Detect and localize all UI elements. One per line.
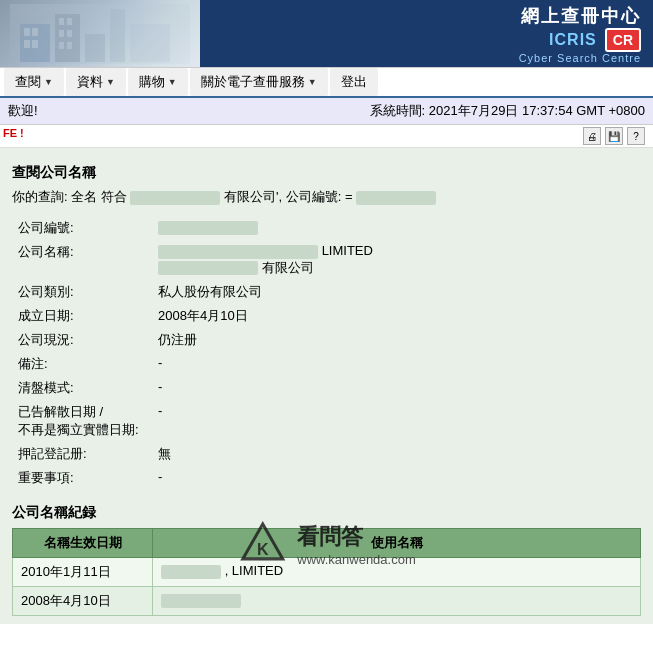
query-company-number-blurred	[356, 191, 436, 205]
svg-rect-15	[10, 4, 190, 64]
nav-arrow-about: ▼	[308, 77, 317, 87]
company-name-limited: LIMITED	[322, 243, 373, 258]
query-mid: 有限公司', 公司編號: =	[224, 189, 353, 204]
nav-label-about: 關於電子查冊服務	[201, 73, 305, 91]
header: 網上查冊中心 ICRIS CR Cyber Search Centre	[0, 0, 653, 68]
label-company-number: 公司編號:	[12, 216, 152, 240]
table-row: 備注: -	[12, 352, 641, 376]
value-company-name: LIMITED 有限公司	[152, 240, 641, 280]
fe-indicator: FE !	[3, 127, 24, 139]
main-content: 查閱公司名稱 你的查詢: 全名 符合 有限公司', 公司編號: = 公司編號: …	[0, 148, 653, 624]
col-header-name: 使用名稱	[153, 528, 641, 557]
label-charge-register: 押記登記册:	[12, 442, 152, 466]
header-title-en-wrap: ICRIS CR	[549, 28, 641, 52]
table-header-row: 名稱生效日期 使用名稱	[13, 528, 641, 557]
company-name-zh-blurred	[158, 261, 258, 275]
section-title-query: 查閱公司名稱	[12, 164, 641, 182]
header-logo	[0, 0, 200, 67]
nav-label-query: 查閱	[15, 73, 41, 91]
table-row: 公司編號:	[12, 216, 641, 240]
building-image	[0, 0, 200, 67]
name-records-title: 公司名稱紀録	[12, 504, 641, 522]
value-company-status: 仍注册	[152, 328, 641, 352]
company-number-blurred	[158, 221, 258, 235]
name-record-2-blurred	[161, 594, 241, 608]
value-winding-mode: -	[152, 376, 641, 400]
nav-label-data: 資料	[77, 73, 103, 91]
navbar: 查閱 ▼ 資料 ▼ 購物 ▼ 關於電子查冊服務 ▼ 登出	[0, 68, 653, 98]
company-info-table: 公司編號: 公司名稱: LIMITED 有限公司	[12, 216, 641, 490]
table-row: 已告解散日期 /不再是獨立實體日期: -	[12, 400, 641, 442]
label-incorporation-date: 成立日期:	[12, 304, 152, 328]
value-remarks: -	[152, 352, 641, 376]
table-row: 公司名稱: LIMITED 有限公司	[12, 240, 641, 280]
value-important-matters: -	[152, 466, 641, 490]
value-incorporation-date: 2008年4月10日	[152, 304, 641, 328]
table-row: 重要事項: -	[12, 466, 641, 490]
name-record-name-1: , LIMITED	[153, 557, 641, 586]
col-header-date: 名稱生效日期	[13, 528, 153, 557]
toolbar-icons: 🖨 💾 ?	[0, 125, 653, 148]
value-company-type: 私人股份有限公司	[152, 280, 641, 304]
header-title-zh: 網上查冊中心	[521, 4, 641, 28]
print-icon[interactable]: 🖨	[583, 127, 601, 145]
header-icris-label: ICRIS	[549, 31, 597, 49]
company-name-en-blurred	[158, 245, 318, 259]
table-row: 2010年1月11日 , LIMITED	[13, 557, 641, 586]
help-icon[interactable]: ?	[627, 127, 645, 145]
name-record-1-blurred	[161, 565, 221, 579]
label-company-name: 公司名稱:	[12, 240, 152, 280]
system-time: 系統時間: 2021年7月29日 17:37:54 GMT +0800	[370, 102, 645, 120]
table-row: 成立日期: 2008年4月10日	[12, 304, 641, 328]
header-brand: 網上查冊中心 ICRIS CR Cyber Search Centre	[200, 0, 653, 67]
label-important-matters: 重要事項:	[12, 466, 152, 490]
nav-arrow-query: ▼	[44, 77, 53, 87]
system-time-label: 系統時間:	[370, 103, 426, 118]
nav-item-data[interactable]: 資料 ▼	[66, 68, 126, 96]
nav-item-about[interactable]: 關於電子查冊服務 ▼	[190, 68, 328, 96]
name-records-section: 公司名稱紀録 名稱生效日期 使用名稱 2010年1月11日 , LIMITED	[12, 504, 641, 616]
name-record-1-suffix: , LIMITED	[225, 563, 284, 578]
nav-item-query[interactable]: 查閱 ▼	[4, 68, 64, 96]
value-dissolution-date: -	[152, 400, 641, 442]
label-company-type: 公司類別:	[12, 280, 152, 304]
name-record-name-2	[153, 586, 641, 615]
name-record-date-1: 2010年1月11日	[13, 557, 153, 586]
label-winding-mode: 清盤模式:	[12, 376, 152, 400]
nav-item-logout[interactable]: 登出	[330, 68, 378, 96]
nav-arrow-data: ▼	[106, 77, 115, 87]
label-company-status: 公司現況:	[12, 328, 152, 352]
label-remarks: 備注:	[12, 352, 152, 376]
query-label: 你的查詢: 全名 符合	[12, 189, 127, 204]
header-cr-badge: CR	[605, 28, 641, 52]
query-line: 你的查詢: 全名 符合 有限公司', 公司編號: =	[12, 188, 641, 206]
name-record-date-2: 2008年4月10日	[13, 586, 153, 615]
label-dissolution-date: 已告解散日期 /不再是獨立實體日期:	[12, 400, 152, 442]
company-name-youxian: 有限公司	[262, 260, 314, 275]
table-row: 公司類別: 私人股份有限公司	[12, 280, 641, 304]
value-company-number	[152, 216, 641, 240]
nav-label-logout: 登出	[341, 73, 367, 91]
value-charge-register: 無	[152, 442, 641, 466]
table-row: 押記登記册: 無	[12, 442, 641, 466]
table-row: 公司現況: 仍注册	[12, 328, 641, 352]
name-records-table: 名稱生效日期 使用名稱 2010年1月11日 , LIMITED 2008年4月…	[12, 528, 641, 616]
welcome-bar: 歡迎! 系統時間: 2021年7月29日 17:37:54 GMT +0800	[0, 98, 653, 125]
welcome-text: 歡迎!	[8, 102, 38, 120]
save-icon[interactable]: 💾	[605, 127, 623, 145]
system-time-value: 2021年7月29日 17:37:54 GMT +0800	[429, 103, 645, 118]
building-svg	[10, 4, 190, 64]
query-company-name-blurred	[130, 191, 220, 205]
nav-item-shopping[interactable]: 購物 ▼	[128, 68, 188, 96]
header-subtitle: Cyber Search Centre	[519, 52, 641, 64]
table-row: 2008年4月10日	[13, 586, 641, 615]
nav-arrow-shopping: ▼	[168, 77, 177, 87]
nav-label-shopping: 購物	[139, 73, 165, 91]
table-row: 清盤模式: -	[12, 376, 641, 400]
